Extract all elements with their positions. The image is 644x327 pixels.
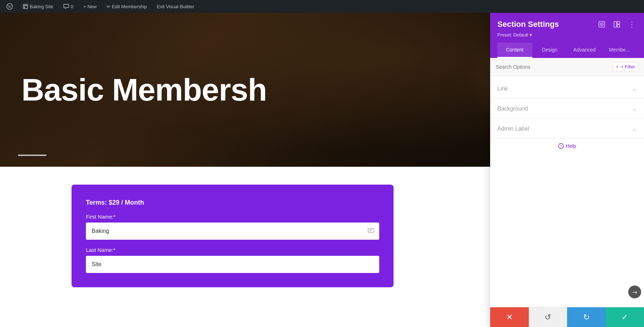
help-label: Help [566, 143, 576, 149]
last-name-input-wrapper [86, 256, 379, 273]
save-button[interactable]: ✓ [606, 307, 644, 327]
help-circle-icon: ? [558, 143, 564, 149]
tab-advanced[interactable]: Advanced [567, 43, 602, 58]
settings-panel: Section Settings [490, 13, 644, 327]
svg-rect-15 [617, 25, 620, 27]
svg-rect-2 [23, 4, 28, 9]
svg-point-12 [601, 24, 602, 25]
admin-label-section-label: Admin Label [497, 126, 529, 132]
admin-label-chevron-icon: ⌄ [632, 125, 637, 132]
filter-label: + Filter [621, 64, 635, 69]
settings-search-row: + + Filter [490, 58, 644, 76]
last-name-input[interactable] [86, 256, 379, 273]
comments-button[interactable]: 0 [61, 0, 75, 13]
preset-label: Preset: Default [497, 32, 528, 38]
wordpress-icon: W [6, 3, 13, 10]
action-bar: ✕ ↺ ↻ ✓ [490, 307, 644, 327]
site-name-label: Baking Site [30, 4, 53, 9]
more-options-button[interactable]: ⋮ [627, 19, 637, 29]
admin-bar: W Baking Site 0 + New ✏ Edit Membership … [0, 0, 644, 13]
site-icon [23, 4, 28, 9]
link-section: Link ⌄ [490, 79, 644, 99]
svg-text:W: W [8, 4, 12, 9]
redo-button[interactable]: ↻ [567, 307, 606, 327]
undo-button[interactable]: ↺ [529, 307, 567, 327]
last-name-group: Last Name:* [86, 247, 379, 273]
settings-panel-title: Section Settings [497, 20, 559, 29]
svg-rect-5 [24, 7, 25, 8]
new-content-button[interactable]: + New [81, 0, 99, 13]
hero-slide-indicator [18, 155, 47, 156]
tab-content[interactable]: Content [497, 43, 532, 58]
wp-logo-button[interactable]: W [4, 0, 15, 13]
exit-visual-builder-button[interactable]: Exit Visual Builder [155, 0, 196, 13]
handle-arrow-icon: ↗ [631, 288, 639, 296]
settings-header: Section Settings [490, 13, 644, 58]
cancel-icon: ✕ [506, 313, 513, 322]
comments-count: 0 [71, 4, 73, 9]
settings-handle-button[interactable]: ↗ [628, 285, 641, 298]
link-section-header[interactable]: Link ⌄ [490, 79, 644, 98]
svg-rect-3 [24, 5, 25, 6]
settings-title-row: Section Settings [497, 19, 637, 29]
help-link[interactable]: ? Help [490, 139, 644, 153]
svg-rect-13 [614, 21, 616, 27]
first-name-dynamic-icon [368, 228, 374, 234]
tab-member[interactable]: Membe... [602, 43, 637, 58]
last-name-label: Last Name:* [86, 247, 379, 253]
search-options-input[interactable] [496, 64, 610, 70]
filter-button[interactable]: + + Filter [613, 62, 638, 71]
cancel-button[interactable]: ✕ [490, 307, 529, 327]
new-label: + New [83, 4, 97, 9]
background-chevron-icon: ⌄ [632, 105, 637, 112]
svg-rect-14 [617, 21, 620, 24]
admin-label-section-header[interactable]: Admin Label ⌄ [490, 119, 644, 138]
preset-selector[interactable]: Preset: Default ▾ [497, 32, 637, 38]
comments-icon [63, 4, 69, 9]
background-section: Background ⌄ [490, 99, 644, 119]
first-name-input-wrapper [86, 223, 379, 240]
tab-design[interactable]: Design [532, 43, 567, 58]
settings-body: Link ⌄ Background ⌄ Admin Label ⌄ [490, 76, 644, 307]
layout-button[interactable] [612, 19, 622, 29]
preset-chevron-icon: ▾ [530, 32, 532, 38]
screenshot-button[interactable] [597, 19, 607, 29]
first-name-label: First Name:* [86, 214, 379, 220]
more-dots-icon: ⋮ [628, 21, 635, 28]
first-name-group: First Name:* [86, 214, 379, 240]
settings-tabs: Content Design Advanced Membe... [497, 43, 637, 58]
exit-label: Exit Visual Builder [157, 4, 194, 9]
edit-label: ✏ Edit Membership [107, 4, 147, 9]
terms-label: Terms: $29 / Month [86, 199, 379, 206]
svg-text:?: ? [560, 144, 562, 148]
edit-membership-button[interactable]: ✏ Edit Membership [104, 0, 149, 13]
svg-rect-4 [26, 5, 27, 6]
admin-label-section: Admin Label ⌄ [490, 119, 644, 139]
undo-icon: ↺ [545, 313, 551, 322]
main-content: Basic Membersh Terms: $29 / Month First … [0, 13, 644, 327]
settings-title-icons: ⋮ [597, 19, 637, 29]
membership-form-card: Terms: $29 / Month First Name:* [72, 185, 394, 287]
hero-title: Basic Membersh [0, 73, 267, 107]
background-section-header[interactable]: Background ⌄ [490, 99, 644, 118]
site-name-button[interactable]: Baking Site [21, 0, 55, 13]
redo-icon: ↻ [583, 313, 590, 322]
first-name-input[interactable] [86, 223, 379, 240]
filter-plus-icon: + [616, 64, 619, 69]
background-section-label: Background [497, 106, 528, 112]
save-icon: ✓ [621, 313, 628, 322]
link-chevron-icon: ⌄ [632, 85, 637, 92]
link-section-label: Link [497, 86, 508, 92]
